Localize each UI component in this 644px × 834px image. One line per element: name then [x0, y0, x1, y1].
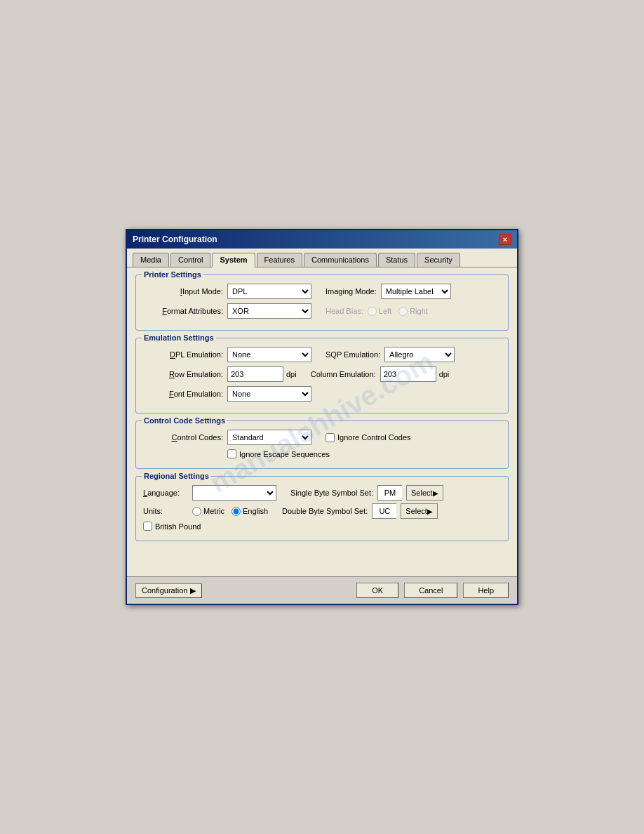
ignore-escape-item: Ignore Escape Sequences — [227, 449, 330, 458]
format-attributes-row: Format Attributes: XOR Head Bias: Left — [143, 303, 501, 319]
action-buttons: OK Cancel Help — [356, 583, 509, 598]
printer-settings-title: Printer Settings — [142, 270, 203, 279]
column-emulation-label: Column Emulation: — [311, 370, 376, 378]
format-attributes-label: Format Attributes: — [143, 307, 227, 315]
ignore-escape-checkbox[interactable] — [227, 449, 236, 458]
british-pound-checkbox[interactable] — [143, 522, 152, 531]
ignore-control-codes-label: Ignore Control Codes — [337, 433, 411, 442]
ignore-escape-row: Ignore Escape Sequences — [143, 449, 501, 458]
font-emulation-row: Font Emulation: None — [143, 386, 501, 402]
column-emulation-input[interactable] — [380, 366, 436, 382]
tab-system[interactable]: System — [212, 253, 255, 267]
british-pound-row: British Pound — [143, 522, 501, 531]
head-bias-left-label: Left — [379, 307, 391, 315]
control-code-section: Control Code Settings Control Codes: Sta… — [135, 421, 509, 469]
language-row: Language: Single Byte Symbol Set: PM Sel… — [143, 485, 501, 501]
imaging-mode-right: Imaging Mode: Multiple Label — [326, 284, 451, 299]
control-codes-select[interactable]: Standard — [227, 430, 311, 445]
control-codes-label: Control Codes: — [143, 433, 227, 442]
tab-features[interactable]: Features — [257, 253, 302, 267]
tab-security[interactable]: Security — [417, 253, 460, 267]
english-label: English — [243, 507, 268, 515]
double-byte-select-button[interactable]: Select ▶ — [401, 503, 438, 519]
dpl-emulation-row: DPL Emulation: None SQP Emulation: Alleg… — [143, 347, 501, 362]
format-attributes-select[interactable]: XOR — [227, 303, 311, 319]
config-arrow-icon: ▶ — [190, 586, 196, 595]
language-select[interactable] — [192, 485, 276, 501]
printer-settings-section: Printer Settings IInput Mode: DPL Imagin… — [135, 274, 509, 331]
bottom-bar: Configuration ▶ OK Cancel Help — [127, 576, 517, 604]
head-bias-right-item: Right — [398, 307, 428, 316]
ok-button[interactable]: OK — [356, 583, 398, 598]
english-radio[interactable] — [232, 507, 241, 516]
dpl-emulation-select[interactable]: None — [227, 347, 311, 362]
metric-radio[interactable] — [192, 507, 201, 516]
input-mode-label: IInput Mode: — [143, 287, 227, 296]
row-emulation-input[interactable] — [227, 366, 283, 382]
single-byte-right: Single Byte Symbol Set: PM Select ▶ — [290, 485, 443, 501]
double-byte-right: Double Byte Symbol Set: UC Select ▶ — [282, 503, 438, 519]
head-bias-left-radio[interactable] — [368, 307, 377, 316]
units-group: Metric English — [192, 507, 268, 516]
regional-settings-title: Regional Settings — [142, 472, 211, 480]
configuration-button[interactable]: Configuration ▶ — [135, 583, 202, 598]
sqp-emulation-label: SQP Emulation: — [326, 350, 380, 359]
head-bias-left-item: Left — [368, 307, 391, 316]
imaging-mode-select[interactable]: Multiple Label — [381, 284, 451, 299]
single-byte-select-button[interactable]: Select ▶ — [406, 485, 443, 501]
tab-control[interactable]: Control — [170, 253, 210, 267]
ignore-escape-label: Ignore Escape Sequences — [239, 450, 330, 458]
regional-settings-section: Regional Settings Language: Single Byte … — [135, 476, 509, 541]
english-item: English — [232, 507, 268, 516]
help-button[interactable]: Help — [463, 583, 509, 598]
printer-configuration-dialog: Printer Configuration × Media Control Sy… — [126, 229, 518, 605]
font-emulation-select[interactable]: None — [227, 386, 311, 402]
units-row: Units: Metric English Double Byte Symbol… — [143, 503, 501, 519]
font-emulation-label: Font Emulation: — [143, 390, 227, 398]
metric-item: Metric — [192, 507, 224, 516]
input-mode-row: IInput Mode: DPL Imaging Mode: Multiple … — [143, 284, 501, 299]
emulation-settings-section: Emulation Settings DPL Emulation: None S… — [135, 338, 509, 413]
select-arrow-2-icon: ▶ — [427, 508, 433, 515]
column-emulation-right: Column Emulation: dpi — [311, 366, 450, 382]
sqp-emulation-select[interactable]: Allegro — [384, 347, 455, 362]
select-arrow-icon: ▶ — [433, 489, 438, 497]
ignore-control-codes-checkbox[interactable] — [326, 433, 335, 442]
control-code-title: Control Code Settings — [142, 416, 227, 425]
british-pound-item: British Pound — [143, 522, 201, 531]
units-label: Units: — [143, 507, 192, 515]
head-bias-group: Left Right — [368, 307, 428, 316]
column-dpi-label: dpi — [439, 370, 450, 378]
configuration-label: Configuration — [142, 586, 187, 595]
single-byte-value: PM — [377, 485, 402, 501]
british-pound-label: British Pound — [155, 522, 201, 531]
input-mode-select[interactable]: DPL — [227, 284, 311, 299]
double-byte-label: Double Byte Symbol Set: — [282, 507, 368, 515]
language-label: Language: — [143, 489, 192, 497]
dialog-title: Printer Configuration — [133, 234, 217, 244]
cancel-button[interactable]: Cancel — [404, 583, 457, 598]
head-bias-label: Head Bias: — [326, 307, 363, 315]
sqp-emulation-right: SQP Emulation: Allegro — [326, 347, 455, 362]
ignore-control-codes-right: Ignore Control Codes — [326, 433, 411, 442]
imaging-mode-label: Imaging Mode: — [326, 287, 377, 296]
emulation-settings-title: Emulation Settings — [142, 333, 216, 342]
spacer-area — [135, 548, 509, 569]
ignore-control-codes-item: Ignore Control Codes — [326, 433, 411, 442]
row-emulation-label: Row Emulation: — [143, 370, 227, 378]
tab-communications[interactable]: Communications — [304, 253, 377, 267]
metric-label: Metric — [203, 507, 224, 515]
double-byte-value: UC — [372, 503, 396, 519]
head-bias-right-radio[interactable] — [398, 307, 408, 316]
tab-status[interactable]: Status — [378, 253, 415, 267]
dpl-emulation-label: DPL Emulation: — [143, 350, 227, 359]
title-bar: Printer Configuration × — [127, 230, 517, 249]
head-bias-right: Head Bias: Left Right — [326, 307, 428, 316]
control-codes-row: Control Codes: Standard Ignore Control C… — [143, 430, 501, 445]
dialog-body: manualshhive.com Printer Settings IInput… — [127, 267, 517, 576]
row-emulation-row: Row Emulation: dpi Column Emulation: dpi — [143, 366, 501, 382]
tab-media[interactable]: Media — [133, 253, 169, 267]
close-button[interactable]: × — [499, 234, 511, 245]
single-byte-label: Single Byte Symbol Set: — [290, 489, 373, 497]
tabs-container: Media Control System Features Communicat… — [127, 249, 517, 267]
